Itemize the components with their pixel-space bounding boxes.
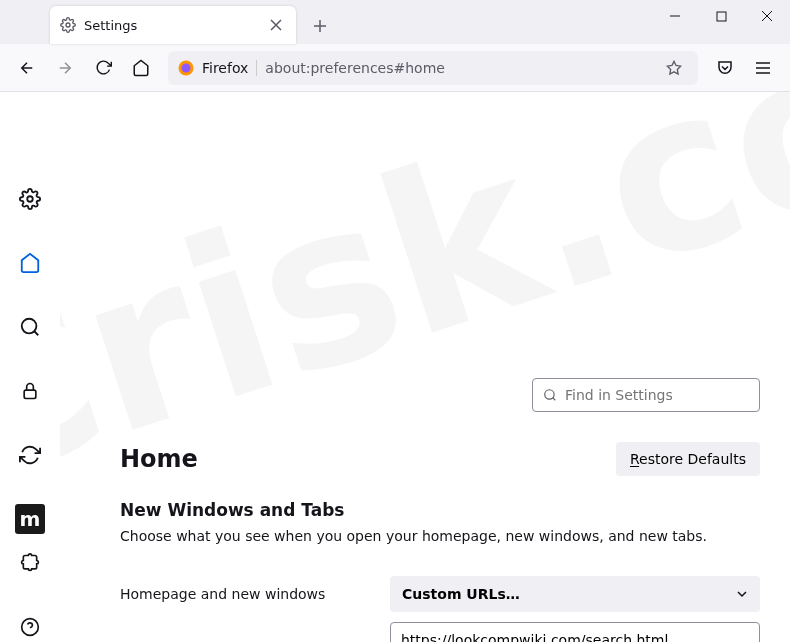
homepage-url-input[interactable]	[390, 622, 760, 642]
tab-title: Settings	[84, 18, 258, 33]
main-panel: PCrisk.com Home Restore Defaults New Win…	[60, 92, 790, 642]
search-icon	[543, 388, 557, 402]
sidebar-item-privacy[interactable]	[8, 369, 52, 413]
home-button[interactable]	[124, 51, 158, 85]
sidebar: m	[0, 92, 60, 642]
reload-button[interactable]	[86, 51, 120, 85]
svg-rect-7	[24, 390, 36, 398]
urlbar-identity: Firefox	[202, 60, 257, 76]
star-icon[interactable]	[660, 54, 688, 82]
settings-search-input[interactable]	[565, 387, 749, 403]
sidebar-item-help[interactable]	[8, 605, 52, 642]
forward-button[interactable]	[48, 51, 82, 85]
svg-marker-4	[667, 61, 680, 74]
sidebar-item-general[interactable]	[8, 177, 52, 221]
settings-search[interactable]	[532, 378, 760, 412]
page-title: Home	[120, 445, 198, 473]
homepage-select-value: Custom URLs…	[402, 586, 520, 602]
pocket-icon[interactable]	[708, 51, 742, 85]
close-icon[interactable]	[266, 15, 286, 35]
svg-point-5	[27, 196, 33, 202]
chevron-down-icon	[736, 588, 748, 600]
section-new-windows-desc: Choose what you see when you open your h…	[120, 528, 760, 544]
gear-icon	[60, 17, 76, 33]
toolbar: Firefox about:preferences#home	[0, 44, 790, 92]
minimize-button[interactable]	[652, 0, 698, 32]
watermark: PCrisk.com	[96, 92, 784, 471]
new-tab-button[interactable]	[304, 10, 336, 42]
svg-point-6	[22, 319, 37, 334]
close-window-button[interactable]	[744, 0, 790, 32]
homepage-select[interactable]: Custom URLs…	[390, 576, 760, 612]
menu-icon[interactable]	[746, 51, 780, 85]
content-area: m PCrisk.com Home Restore Defaults New W…	[0, 92, 790, 642]
maximize-button[interactable]	[698, 0, 744, 32]
urlbar-text: about:preferences#home	[265, 60, 652, 76]
svg-point-0	[66, 23, 70, 27]
sidebar-item-more[interactable]: m	[8, 497, 52, 541]
svg-point-3	[182, 63, 191, 72]
sidebar-item-home[interactable]	[8, 241, 52, 285]
svg-rect-1	[717, 12, 726, 21]
firefox-icon	[178, 60, 194, 76]
sidebar-item-sync[interactable]	[8, 433, 52, 477]
sidebar-item-extensions[interactable]	[8, 541, 52, 585]
extension-m-icon: m	[15, 504, 45, 534]
url-bar[interactable]: Firefox about:preferences#home	[168, 51, 698, 85]
homepage-label: Homepage and new windows	[120, 586, 370, 602]
back-button[interactable]	[10, 51, 44, 85]
restore-defaults-button[interactable]: Restore Defaults	[616, 442, 760, 476]
sidebar-item-search[interactable]	[8, 305, 52, 349]
svg-point-9	[545, 390, 554, 399]
window-controls	[652, 0, 790, 44]
titlebar: Settings	[0, 0, 790, 44]
section-new-windows-title: New Windows and Tabs	[120, 500, 760, 520]
browser-tab[interactable]: Settings	[50, 6, 296, 44]
